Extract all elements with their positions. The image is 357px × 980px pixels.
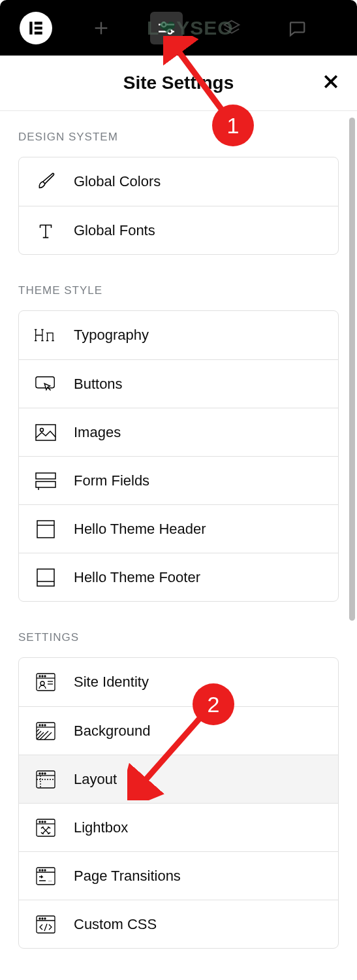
svg-point-34 bbox=[42, 725, 43, 726]
menu-item-hello-footer[interactable]: Hello Theme Footer bbox=[19, 553, 338, 601]
menu-group-design-system: Global Colors Global Fonts bbox=[18, 157, 339, 255]
layers-icon bbox=[222, 18, 241, 38]
menu-item-images[interactable]: Images bbox=[19, 408, 338, 456]
menu-item-site-identity[interactable]: Site Identity bbox=[19, 658, 338, 706]
svg-rect-18 bbox=[36, 482, 55, 487]
menu-item-label: Page Transitions bbox=[74, 868, 181, 885]
layout-icon bbox=[35, 768, 57, 791]
menu-group-settings: Site Identity Background bbox=[18, 657, 339, 949]
comments-button[interactable] bbox=[281, 12, 313, 44]
svg-point-38 bbox=[39, 773, 40, 774]
menu-item-label: Layout bbox=[74, 771, 117, 788]
transitions-icon: _ bbox=[35, 865, 57, 887]
menu-item-form-fields[interactable]: Form Fields bbox=[19, 456, 338, 504]
svg-point-16 bbox=[40, 428, 44, 431]
menu-item-label: Global Colors bbox=[74, 173, 161, 190]
svg-line-63 bbox=[139, 715, 202, 787]
plus-icon bbox=[92, 19, 110, 37]
annotation-badge-1: 1 bbox=[212, 105, 254, 146]
scrollbar[interactable] bbox=[349, 118, 355, 621]
close-icon bbox=[321, 72, 341, 91]
section-label-design-system: DESIGN SYSTEM bbox=[18, 131, 339, 144]
menu-item-label: Hello Theme Header bbox=[74, 521, 206, 538]
svg-rect-17 bbox=[36, 473, 55, 479]
svg-point-29 bbox=[40, 681, 44, 685]
menu-item-page-transitions[interactable]: _ Page Transitions bbox=[19, 851, 338, 900]
menu-item-label: Site Identity bbox=[74, 674, 149, 691]
svg-point-25 bbox=[39, 676, 40, 677]
svg-rect-22 bbox=[37, 569, 54, 586]
menu-item-label: Buttons bbox=[74, 376, 123, 393]
header-icon bbox=[35, 518, 57, 540]
background-icon bbox=[35, 720, 57, 742]
cursor-icon bbox=[35, 373, 57, 395]
annotation-arrow-2 bbox=[127, 709, 212, 800]
svg-point-46 bbox=[42, 821, 43, 823]
identity-icon bbox=[35, 671, 57, 693]
add-button[interactable] bbox=[85, 12, 117, 44]
svg-point-33 bbox=[39, 725, 40, 726]
menu-item-lightbox[interactable]: Lightbox bbox=[19, 803, 338, 851]
svg-point-40 bbox=[44, 773, 46, 774]
chat-icon bbox=[287, 18, 307, 38]
menu-item-label: Typography bbox=[74, 327, 149, 344]
menu-item-global-fonts[interactable]: Global Fonts bbox=[19, 206, 338, 254]
menu-item-typography[interactable]: Typography bbox=[19, 311, 338, 359]
svg-text:_: _ bbox=[48, 875, 52, 881]
menu-item-buttons[interactable]: Buttons bbox=[19, 359, 338, 408]
svg-rect-15 bbox=[36, 425, 55, 440]
svg-point-50 bbox=[39, 870, 40, 871]
svg-line-61 bbox=[173, 44, 225, 114]
menu-item-label: Global Fonts bbox=[74, 222, 155, 239]
svg-rect-3 bbox=[35, 31, 42, 34]
svg-rect-2 bbox=[35, 26, 42, 29]
css-icon bbox=[35, 913, 57, 936]
menu-item-label: Hello Theme Footer bbox=[74, 569, 200, 586]
menu-group-theme-style: Typography Buttons Images bbox=[18, 310, 339, 602]
elementor-logo[interactable] bbox=[20, 12, 52, 44]
menu-item-label: Custom CSS bbox=[74, 916, 157, 933]
svg-rect-20 bbox=[37, 521, 54, 538]
menu-item-global-colors[interactable]: Global Colors bbox=[19, 157, 338, 206]
heading-icon bbox=[35, 324, 57, 346]
lightbox-icon bbox=[35, 817, 57, 839]
svg-point-56 bbox=[39, 918, 40, 919]
svg-point-52 bbox=[44, 870, 46, 871]
menu-item-label: Form Fields bbox=[74, 472, 149, 489]
form-icon bbox=[35, 470, 57, 492]
svg-point-35 bbox=[44, 725, 46, 726]
menu-item-label: Images bbox=[74, 424, 121, 441]
section-label-theme-style: THEME STYLE bbox=[18, 284, 339, 297]
svg-point-7 bbox=[162, 22, 166, 27]
svg-point-26 bbox=[42, 676, 43, 677]
image-icon bbox=[35, 421, 57, 444]
type-icon bbox=[35, 220, 57, 242]
svg-marker-10 bbox=[225, 20, 240, 29]
menu-item-hello-header[interactable]: Hello Theme Header bbox=[19, 504, 338, 553]
svg-point-9 bbox=[168, 29, 172, 34]
close-button[interactable] bbox=[321, 72, 341, 94]
panel-content: DESIGN SYSTEM Global Colors Global Fonts… bbox=[0, 111, 357, 949]
svg-point-45 bbox=[39, 821, 40, 823]
brush-icon bbox=[35, 171, 57, 193]
elementor-logo-icon bbox=[27, 20, 44, 37]
annotation-badge-2: 2 bbox=[193, 683, 234, 725]
svg-point-58 bbox=[44, 918, 46, 919]
menu-item-label: Lightbox bbox=[74, 819, 128, 836]
svg-rect-0 bbox=[29, 22, 32, 35]
svg-rect-1 bbox=[35, 22, 42, 24]
section-label-settings: SETTINGS bbox=[18, 631, 339, 644]
svg-point-47 bbox=[44, 821, 46, 823]
svg-point-39 bbox=[42, 773, 43, 774]
svg-point-51 bbox=[42, 870, 43, 871]
menu-item-custom-css[interactable]: Custom CSS bbox=[19, 900, 338, 948]
footer-icon bbox=[35, 566, 57, 589]
sliders-icon bbox=[156, 18, 177, 39]
svg-point-27 bbox=[44, 676, 46, 677]
svg-point-57 bbox=[42, 918, 43, 919]
